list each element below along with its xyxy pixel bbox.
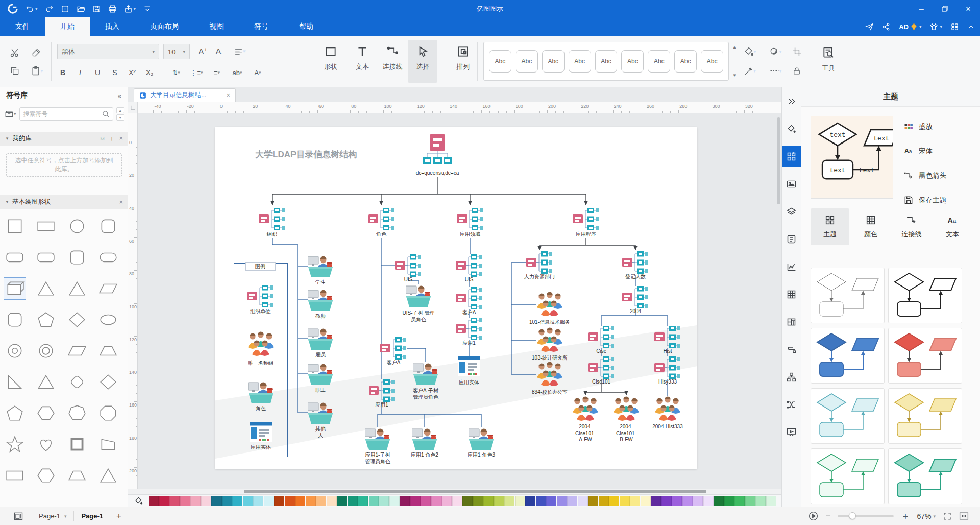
- tools-button[interactable]: 工具: [816, 40, 841, 83]
- shape-rounded-square[interactable]: [66, 246, 88, 269]
- apps-grid-icon[interactable]: [950, 22, 959, 31]
- diagram-node-icon-desk[interactable]: [406, 284, 431, 307]
- color-swatch[interactable]: [264, 496, 274, 506]
- style-gallery-item[interactable]: Abc: [701, 50, 723, 73]
- shape-diamond[interactable]: [97, 371, 119, 393]
- shape-pentagon[interactable]: [4, 402, 26, 424]
- diagram-node-icon-group[interactable]: [654, 396, 681, 423]
- close-shapes-icon[interactable]: ×: [119, 198, 123, 206]
- color-swatch[interactable]: [452, 496, 462, 506]
- shape-rounded-square[interactable]: [4, 308, 26, 331]
- color-swatch[interactable]: [211, 496, 222, 506]
- diagram-node-icon-group[interactable]: [248, 331, 274, 358]
- chart-icon[interactable]: [782, 256, 801, 277]
- color-swatch[interactable]: [599, 496, 609, 506]
- theme-thumbnail-2[interactable]: [888, 268, 962, 323]
- color-swatch[interactable]: [682, 496, 693, 506]
- shape-star[interactable]: [4, 433, 26, 456]
- color-swatch[interactable]: [348, 496, 358, 506]
- shape-triangle[interactable]: [35, 371, 57, 393]
- collapse-sidebar-icon[interactable]: «: [118, 92, 121, 100]
- shape-circle[interactable]: [66, 215, 88, 237]
- zoom-slider[interactable]: [838, 515, 894, 517]
- menu-tab-4[interactable]: 页面布局: [135, 17, 194, 36]
- diagram-node-label[interactable]: UIS: [436, 277, 502, 283]
- color-swatch[interactable]: [766, 496, 776, 506]
- diagram-node-icon-desk[interactable]: [308, 401, 333, 424]
- gallery-up-icon[interactable]: ▲: [732, 45, 737, 50]
- shape-rounded-rect[interactable]: [4, 246, 26, 269]
- diagram-node-label[interactable]: 雇员: [287, 352, 354, 359]
- style-gallery-item[interactable]: Abc: [648, 50, 670, 73]
- diagram-node-icon-desk[interactable]: [308, 255, 333, 277]
- diagram-node-label[interactable]: dc=queensu,dc=ca: [404, 170, 471, 177]
- color-swatch[interactable]: [222, 496, 232, 506]
- shape-tool-button[interactable]: 形状: [316, 40, 346, 83]
- color-swatch[interactable]: [630, 496, 640, 506]
- close-library-icon[interactable]: ×: [119, 134, 123, 144]
- shape-parallelogram[interactable]: [66, 340, 88, 362]
- diagram-node-label[interactable]: 客户A: [436, 309, 502, 316]
- color-swatch[interactable]: [755, 496, 766, 506]
- new-document-button[interactable]: [61, 5, 69, 13]
- diagram-node-icon-domain[interactable]: [423, 134, 452, 165]
- diagram-node-label[interactable]: 客户A: [360, 360, 427, 366]
- color-swatch[interactable]: [306, 496, 316, 506]
- color-swatch[interactable]: [159, 496, 169, 506]
- theme-thumbnail-4[interactable]: [888, 328, 962, 384]
- format-painter-button[interactable]: [29, 46, 44, 59]
- arrange-tool-button[interactable]: 排列: [448, 40, 478, 83]
- menu-tab-5[interactable]: 视图: [194, 17, 239, 36]
- diagram-node-icon-group[interactable]: [572, 396, 599, 423]
- color-swatch[interactable]: [504, 496, 514, 506]
- page-selector[interactable]: Page-1▾: [39, 512, 66, 520]
- theme-thumbnail-7[interactable]: [811, 448, 885, 504]
- diagram-node-label[interactable]: 2004-Hist333: [634, 424, 701, 431]
- shape-triangle[interactable]: [97, 464, 119, 487]
- color-swatch[interactable]: [567, 496, 577, 506]
- diagram-node-label[interactable]: 2004: [602, 308, 669, 315]
- diagram-node-icon-app[interactable]: [458, 356, 480, 376]
- diagram-node-label[interactable]: 职工: [287, 387, 354, 394]
- note-icon[interactable]: [782, 228, 801, 250]
- diagram-node-icon-desk[interactable]: [412, 427, 437, 450]
- theme-thumbnail-6[interactable]: [888, 388, 962, 444]
- theme-thumbnail-8[interactable]: [888, 448, 962, 504]
- color-swatch[interactable]: [557, 496, 567, 506]
- diagram-node-icon-org[interactable]: [456, 287, 482, 309]
- diagram-node-label[interactable]: 101-信息技术服务: [517, 319, 583, 326]
- color-swatch[interactable]: [337, 496, 347, 506]
- diagram-node-label[interactable]: 应用1 角色3: [448, 452, 514, 459]
- color-swatch[interactable]: [285, 496, 295, 506]
- diagram-node-label[interactable]: 人力资源部门: [506, 274, 573, 280]
- theme-tab-2[interactable]: 颜色: [851, 208, 890, 245]
- copy-button[interactable]: [7, 64, 22, 78]
- diagram-node-label[interactable]: Cisc: [568, 348, 634, 355]
- format-underline-button[interactable]: U: [90, 65, 105, 80]
- shape-trapezoid[interactable]: [66, 464, 88, 487]
- shape-rounded-square[interactable]: [97, 215, 119, 237]
- page-overview-icon[interactable]: [13, 511, 23, 521]
- color-swatch[interactable]: [327, 496, 337, 506]
- color-swatch[interactable]: [745, 496, 755, 506]
- presentation-icon[interactable]: [782, 421, 801, 443]
- customize-toolbar-button[interactable]: [143, 5, 152, 13]
- theme-thumbnail-5[interactable]: [811, 388, 885, 444]
- shape-triangle[interactable]: [66, 277, 88, 300]
- diagram-node-icon-org[interactable]: [369, 379, 395, 402]
- menu-tab-7[interactable]: 帮助: [284, 17, 329, 36]
- diagram-node-icon-org[interactable]: [588, 326, 615, 348]
- color-swatch[interactable]: [295, 496, 305, 506]
- diagram-node-label[interactable]: 834-校长办公室: [517, 389, 583, 396]
- diagram-node-icon-org[interactable]: [456, 318, 482, 340]
- theme-thumbnail-3[interactable]: [811, 328, 885, 384]
- canvas-area[interactable]: 大学LDAP目录信息树结构 图例 dc=queensu,dc=ca组织角色应用领…: [128, 113, 781, 489]
- floorplan-icon[interactable]: [782, 311, 801, 332]
- theme-action-4[interactable]: 保存主题: [903, 193, 975, 208]
- diagram-node-icon-desk[interactable]: [248, 381, 274, 403]
- org-chart-icon[interactable]: [782, 366, 801, 388]
- color-swatch[interactable]: [578, 496, 588, 506]
- insert-image-icon[interactable]: [782, 173, 801, 195]
- library-up-icon[interactable]: ▲: [116, 107, 124, 113]
- table-icon[interactable]: [782, 283, 801, 305]
